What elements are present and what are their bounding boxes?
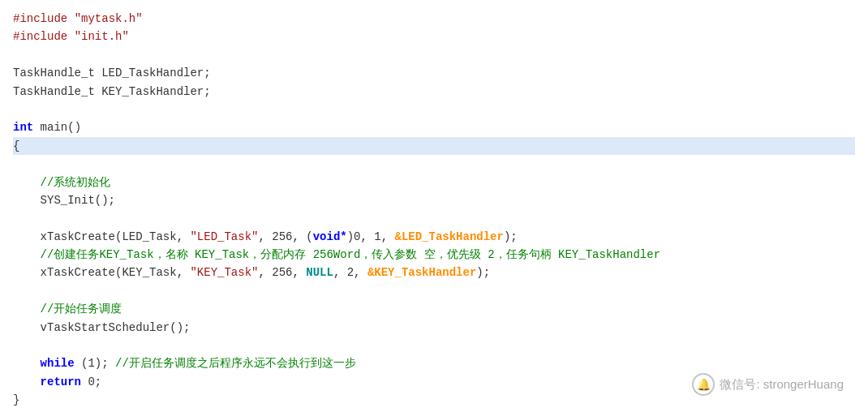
code-token: ); — [504, 230, 518, 243]
code-token: , 2, — [333, 266, 367, 279]
code-token: #include — [13, 12, 75, 25]
code-token: 0; — [81, 376, 101, 388]
watermark-text: 微信号: strongerHuang — [720, 377, 844, 393]
code-token: TaskHandle_t KEY_TaskHandler; — [13, 85, 211, 98]
watermark-icon: 🔔 — [692, 373, 715, 396]
code-line: //开始任务调度 — [13, 300, 855, 318]
code-line: while (1); //开启任务调度之后程序永远不会执行到这一步 — [13, 354, 855, 372]
code-token — [13, 357, 41, 370]
code-token: xTaskCreate(LED_Task, — [13, 230, 190, 243]
code-line: TaskHandle_t KEY_TaskHandler; — [13, 83, 855, 101]
code-token — [13, 248, 41, 261]
code-line: #include "init.h" — [13, 28, 855, 45]
code-token: "LED_Task" — [190, 230, 258, 243]
code-line: TaskHandle_t LED_TaskHandler; — [13, 64, 855, 82]
code-line: SYS_Init(); — [13, 191, 855, 209]
code-token: } — [13, 393, 19, 406]
code-token: while — [41, 357, 75, 370]
code-token: int — [13, 121, 33, 134]
code-token: //开启任务调度之后程序永远不会执行到这一步 — [115, 357, 356, 370]
code-token: #include — [13, 30, 75, 43]
code-token: xTaskCreate(KEY_Task, — [13, 266, 190, 279]
code-line — [13, 337, 855, 354]
code-line — [13, 155, 855, 173]
code-token: //系统初始化 — [41, 176, 111, 189]
code-token — [13, 376, 41, 388]
code-token: NULL — [306, 266, 333, 279]
code-line: xTaskCreate(KEY_Task, "KEY_Task", 256, N… — [13, 264, 855, 281]
code-line — [13, 46, 855, 64]
code-line: { — [13, 137, 855, 155]
code-token: (1); — [75, 357, 115, 370]
code-token: ); — [476, 266, 490, 279]
code-token: &LED_TaskHandler — [395, 230, 504, 243]
code-token: , 256, — [258, 266, 306, 279]
code-token: vTaskStartScheduler(); — [13, 321, 190, 334]
code-token: main() — [33, 121, 81, 134]
code-editor: #include "mytask.h"#include "init.h" Tas… — [0, 0, 868, 412]
code-token: void* — [313, 230, 347, 243]
code-token — [13, 176, 41, 189]
code-token: SYS_Init(); — [13, 194, 115, 207]
code-line: xTaskCreate(LED_Task, "LED_Task", 256, (… — [13, 228, 855, 246]
code-line: //创建任务KEY_Task，名称 KEY_Task，分配内存 256Word，… — [13, 246, 855, 264]
code-token — [13, 303, 41, 315]
watermark: 🔔 微信号: strongerHuang — [692, 373, 844, 396]
code-token: "KEY_Task" — [190, 266, 258, 279]
code-token: )0, 1, — [347, 230, 395, 243]
code-line: //系统初始化 — [13, 174, 855, 191]
code-token: //开始任务调度 — [41, 303, 122, 315]
code-token: &KEY_TaskHandler — [367, 266, 476, 279]
code-line: #include "mytask.h" — [13, 10, 855, 28]
code-line — [13, 209, 855, 227]
code-token: return — [41, 376, 81, 388]
code-line: int main() — [13, 118, 855, 136]
code-line: vTaskStartScheduler(); — [13, 319, 855, 337]
code-token: "init.h" — [75, 30, 129, 43]
code-token: { — [13, 139, 19, 152]
code-token: "mytask.h" — [75, 12, 143, 25]
code-line — [13, 282, 855, 300]
code-line — [13, 101, 855, 118]
code-token: //创建任务KEY_Task，名称 KEY_Task，分配内存 256Word，… — [41, 248, 660, 261]
code-token: , 256, ( — [258, 230, 312, 243]
code-token: TaskHandle_t LED_TaskHandler; — [13, 67, 211, 79]
